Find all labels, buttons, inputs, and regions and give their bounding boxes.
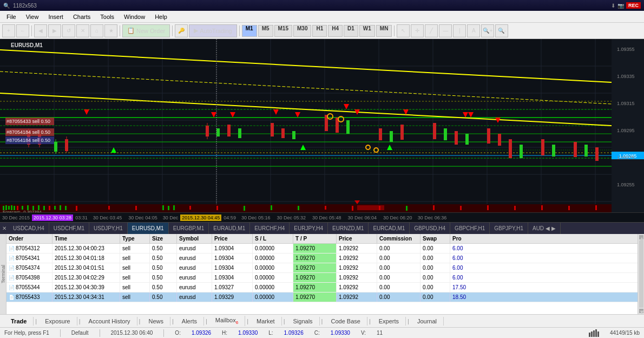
tf-m1[interactable]: M1: [242, 25, 257, 37]
chart-tab-gbpusd[interactable]: GBPUSD,H4: [410, 223, 450, 235]
svg-rect-81: [574, 142, 577, 157]
tp-cell: 1.09270: [293, 292, 337, 302]
line-tool[interactable]: ╱: [425, 24, 438, 37]
terminal-tab-alerts[interactable]: Alerts: [175, 317, 204, 326]
svg-rect-122: [168, 206, 169, 210]
svg-rect-61: [238, 128, 241, 138]
svg-rect-130: [352, 206, 353, 211]
svg-text:1.09355: 1.09355: [617, 47, 635, 52]
vline-tool[interactable]: |: [453, 24, 466, 37]
chart-tab-euraud[interactable]: EURAUD,M1: [209, 223, 250, 235]
menu-window[interactable]: Window: [120, 12, 149, 21]
terminal-tab-journal[interactable]: Journal: [411, 317, 444, 326]
workspace: 1.09285: [0, 39, 644, 338]
scroll-up[interactable]: ▲: [639, 235, 643, 239]
autotrading-button[interactable]: ▶ AutoTrading: [189, 24, 237, 37]
menu-file[interactable]: File: [2, 12, 21, 21]
status-datetime: 2015.12.30 06:40: [111, 330, 153, 336]
toolbar-home-btn[interactable]: ⌂: [90, 24, 103, 37]
tf-w1[interactable]: W1: [359, 25, 375, 37]
chart-tab-gbpjpy[interactable]: GBPJPY,H1: [490, 223, 528, 235]
toolbar-key-btn[interactable]: 🔑: [175, 24, 188, 37]
svg-rect-138: [541, 205, 543, 210]
toolbar-plus-btn[interactable]: +: [2, 24, 15, 37]
tf-d1[interactable]: D1: [344, 25, 358, 37]
zoom-out-btn[interactable]: 🔍-: [495, 24, 508, 37]
chart-tab-aud[interactable]: AUD ◀ ▶: [528, 223, 561, 235]
chart-tabs-close[interactable]: ✕: [0, 224, 9, 232]
toolbar-fwd-btn[interactable]: ▶: [48, 24, 61, 37]
toolbar-back-btn[interactable]: ◀: [34, 24, 47, 37]
svg-rect-136: [487, 205, 489, 210]
menu-help[interactable]: Help: [150, 12, 172, 21]
crosshair-tool[interactable]: ✛: [411, 24, 424, 37]
time-label-11: 30 Dec 05:48: [309, 215, 345, 220]
tf-h4[interactable]: H4: [328, 25, 343, 37]
tp-cell: 1.09270: [293, 283, 337, 292]
svg-rect-127: [271, 205, 272, 210]
toolbar-refresh-btn[interactable]: ↺: [62, 24, 75, 37]
svg-text:#87055433 sell 0.50: #87055433 sell 0.50: [6, 119, 50, 124]
svg-rect-113: [54, 206, 56, 210]
tf-m5[interactable]: M5: [258, 25, 273, 37]
time-label-9: 30 Dec 05:16: [238, 215, 274, 220]
chart-tabs: ✕ USDCAD,H4 USDCHF,M1 USDJPY,H1 EURUSD,M…: [0, 222, 644, 234]
svg-text:Forecast: -0.307394: Forecast: -0.307394: [3, 210, 42, 212]
svg-rect-59: [216, 128, 220, 136]
svg-rect-135: [460, 206, 462, 210]
menu-tools[interactable]: Tools: [96, 12, 119, 21]
menu-insert[interactable]: Insert: [44, 12, 68, 21]
col-time: Time: [52, 234, 120, 243]
zoom-in-btn[interactable]: 🔍+: [481, 24, 494, 37]
tf-mn[interactable]: MN: [376, 25, 392, 37]
tf-h1[interactable]: H1: [312, 25, 327, 37]
terminal-tab-experts[interactable]: Experts: [372, 317, 406, 326]
tf-m15[interactable]: M15: [274, 25, 292, 37]
title-bar-dimensions: 1182x563: [13, 3, 37, 9]
chart-tab-eurgbp[interactable]: EURGBP,M1: [169, 223, 209, 235]
svg-rect-63: [281, 128, 285, 138]
terminal-tab-trade[interactable]: Trade: [4, 317, 34, 326]
status-close-val: 1.09330: [331, 330, 350, 336]
table-row-selected[interactable]: 📄 87055433 2015.12.30 04:34:31 sell 0.50…: [6, 292, 638, 302]
col-pro: Pro: [450, 234, 483, 243]
scroll-down[interactable]: ▼: [639, 309, 643, 313]
chart-tab-eurcad[interactable]: EURCAD,M1: [369, 223, 410, 235]
volume-bars: [589, 329, 599, 337]
svg-rect-139: [568, 206, 570, 210]
cursor-tool[interactable]: ↖: [397, 24, 410, 37]
terminal-tab-exposure[interactable]: Exposure: [38, 317, 77, 326]
hline-tool[interactable]: —: [439, 24, 452, 37]
terminal-tab-mailbox[interactable]: Mailbox6: [209, 316, 245, 326]
chart-tab-gbpchf[interactable]: GBPCHF,H1: [450, 223, 490, 235]
menu-bar: File View Insert Charts Tools Window Hel…: [0, 11, 644, 23]
status-help: For Help, press F1: [4, 330, 49, 336]
terminal-tab-market[interactable]: Market: [250, 317, 282, 326]
text-tool[interactable]: A: [467, 24, 480, 37]
toolbar-arrow-btn[interactable]: ←: [16, 24, 29, 37]
chart-tab-usdcad[interactable]: USDCAD,H4: [9, 223, 49, 235]
svg-rect-64: [292, 131, 295, 139]
tf-m30[interactable]: M30: [293, 25, 311, 37]
toolbar-sep5: [394, 25, 395, 36]
new-order-button[interactable]: 📋 New Order: [122, 24, 170, 37]
chart-tab-eurchf[interactable]: EURCHF,H4: [250, 223, 290, 235]
terminal-tab-account-history[interactable]: Account History: [82, 317, 137, 326]
terminal-scrollbar[interactable]: ▲ ▼: [638, 234, 644, 314]
time-label-7: 2015.12.30 04:45: [180, 214, 221, 221]
toolbar-fav-btn[interactable]: ★: [104, 24, 117, 37]
menu-view[interactable]: View: [22, 12, 43, 21]
time-label-6: 30 Dec: [161, 215, 181, 220]
menu-charts[interactable]: Charts: [69, 12, 95, 21]
terminal-tab-codebase[interactable]: Code Base: [324, 317, 367, 326]
chart-tab-eurusd[interactable]: EURUSD,M1: [128, 223, 169, 235]
toolbar-stop-btn[interactable]: ✕: [76, 24, 89, 37]
svg-rect-114: [60, 205, 61, 210]
terminal-tab-news[interactable]: News: [142, 317, 170, 326]
chart-tab-eurjpy[interactable]: EURJPY,H4: [290, 223, 328, 235]
chart-tab-eurnzd[interactable]: EURNZD,M1: [328, 223, 369, 235]
terminal-tab-signals[interactable]: Signals: [287, 317, 320, 326]
chart-tab-usdjpy[interactable]: USDJPY,H1: [89, 223, 128, 235]
chart-tab-usdchf[interactable]: USDCHF,M1: [49, 223, 89, 235]
col-commission: Commission: [377, 234, 420, 243]
